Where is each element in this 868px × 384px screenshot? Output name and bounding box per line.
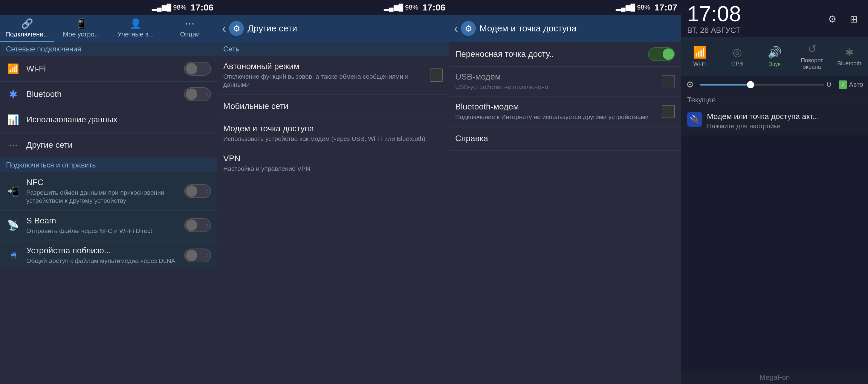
nfc-icon: 📲	[6, 184, 20, 198]
data-usage-item[interactable]: 📊 Использование данных	[0, 107, 217, 132]
settings-gear-icon-3: ⚙	[461, 21, 476, 36]
time-1: 17:06	[190, 2, 213, 12]
bluetooth-toggle-switch[interactable]: ○	[184, 87, 211, 101]
brightness-knob	[747, 81, 754, 88]
quick-toggle-rotate[interactable]: ↺ Поворот экрана	[793, 40, 831, 73]
battery-2: 98%	[405, 4, 418, 11]
bluetooth-modem-text: Bluetooth-модем Подключение к Интернету …	[455, 102, 662, 121]
other-networks-text: Другие сети	[26, 140, 211, 150]
sbeam-subtitle: Отправить файлы через NFC и Wi-Fi Direct	[26, 227, 184, 235]
network-section-header: Сетевые подключения	[0, 42, 217, 56]
quick-toggle-wifi[interactable]: 📶 Wi-Fi	[681, 40, 718, 73]
sbeam-toggle-switch[interactable]: ○	[184, 218, 211, 232]
bluetooth-toggle-knob	[186, 89, 197, 100]
brightness-row: ⚙ 0 ✓ Авто	[681, 76, 868, 93]
airplane-subtitle: Отключение функций вызовов, а также обме…	[223, 72, 430, 89]
back-button-2[interactable]: ‹	[222, 22, 226, 35]
tab-connections[interactable]: 🔗 Подключени...	[0, 15, 54, 42]
tabs-row: 🔗 Подключени... 📱 Мое устро... 👤 Учетные…	[0, 15, 217, 42]
modem-hotspot-title: Модем и точка доступа	[479, 23, 577, 33]
signal-icon-3: ▂▄▆█	[616, 4, 635, 11]
wifi-item[interactable]: 📶 Wi-Fi ○	[0, 56, 217, 82]
wifi-text: Wi-Fi	[26, 64, 184, 73]
wifi-toggle-switch[interactable]: ○	[184, 62, 211, 76]
airplane-checkbox[interactable]	[430, 68, 443, 82]
other-networks-item[interactable]: ⋯ Другие сети	[0, 132, 217, 158]
nearby-devices-toggle[interactable]: ○	[184, 248, 211, 262]
nearby-devices-text: Устройства поблизо... Общий доступ к фай…	[26, 246, 184, 265]
brightness-icon: ⚙	[686, 79, 694, 90]
signal-icon-1: ▂▄▆█	[152, 4, 171, 11]
tab-accounts-label: Учетные з...	[118, 30, 154, 38]
quick-gps-label: GPS	[731, 60, 743, 67]
nfc-toggle[interactable]: ○	[184, 184, 211, 198]
nfc-toggle-switch[interactable]: ○	[184, 184, 211, 198]
hotspot-notification[interactable]: 🔌 Модем или точка доступа акт... Нажмите…	[681, 107, 868, 135]
quick-rotate-label: Поворот экрана	[795, 57, 830, 70]
hotspot-notif-content: Модем или точка доступа акт... Нажмите д…	[707, 112, 819, 130]
bluetooth-modem-title: Bluetooth-модем	[455, 102, 662, 112]
vpn-title: VPN	[223, 154, 443, 163]
help-title: Справка	[455, 134, 675, 143]
quick-toggle-gps[interactable]: ◎ GPS	[718, 40, 756, 73]
airplane-text: Автономный режим Отключение функций вызо…	[223, 62, 430, 89]
auto-brightness-label: Авто	[849, 81, 863, 89]
tab-my-device[interactable]: 📱 Мое устро...	[54, 15, 109, 42]
top-action-icons: ⚙ ⊞	[824, 11, 862, 28]
vpn-item[interactable]: VPN Настройка и управление VPN	[217, 148, 449, 178]
settings-button[interactable]: ⚙	[824, 11, 840, 28]
wifi-title: Wi-Fi	[26, 64, 184, 73]
expand-button[interactable]: ⊞	[845, 11, 862, 28]
mobile-networks-title: Мобильные сети	[223, 101, 443, 111]
connections-icon: 🔗	[21, 18, 33, 29]
signal-icon-2: ▂▄▆█	[384, 4, 403, 11]
bluetooth-modem-subtitle: Подключение к Интернету не используется …	[455, 113, 662, 121]
modem-hotspot-subtitle: Использовать устройство как модем (через…	[223, 135, 443, 143]
auto-brightness-checkbox[interactable]: ✓	[839, 81, 847, 89]
tab-accounts[interactable]: 👤 Учетные з...	[108, 15, 163, 42]
bluetooth-modem-checkbox[interactable]	[662, 105, 675, 118]
bluetooth-modem-item[interactable]: Bluetooth-модем Подключение к Интернету …	[449, 97, 681, 126]
airplane-item[interactable]: Автономный режим Отключение функций вызо…	[217, 56, 449, 94]
usb-modem-checkbox[interactable]	[662, 75, 675, 88]
data-usage-icon: 📊	[6, 113, 20, 127]
sbeam-item[interactable]: 📡 S Beam Отправить файлы через NFC и Wi-…	[0, 210, 217, 240]
nfc-item[interactable]: 📲 NFC Разрешить обмен данными при прикос…	[0, 172, 217, 210]
wifi-toggle[interactable]: ○	[184, 62, 211, 76]
sbeam-toggle[interactable]: ○	[184, 218, 211, 232]
back-button-3[interactable]: ‹	[454, 22, 458, 35]
network-sec-header: Сеть	[217, 42, 449, 56]
quick-toggle-bluetooth[interactable]: ✱ Bluetooth	[831, 40, 868, 73]
quick-bluetooth-icon: ✱	[845, 46, 854, 58]
usb-modem-item[interactable]: USB-модем USB-устройство не подключено	[449, 67, 681, 97]
help-item[interactable]: Справка	[449, 127, 681, 151]
nearby-devices-item[interactable]: 🖥 Устройства поблизо... Общий доступ к ф…	[0, 240, 217, 270]
nearby-toggle-switch[interactable]: ○	[184, 248, 211, 262]
notification-time: 17:08	[687, 3, 741, 25]
vpn-subtitle: Настройка и управление VPN	[223, 165, 443, 173]
options-icon: ⋯	[185, 18, 194, 29]
portable-hotspot-text: Переносная точка досту..	[455, 49, 648, 59]
nearby-devices-title: Устройства поблизо...	[26, 246, 184, 256]
vpn-text: VPN Настройка и управление VPN	[223, 154, 443, 173]
time-2: 17:06	[422, 2, 445, 12]
notification-time-date: 17:08 ВТ, 26 АВГУСТ	[687, 3, 741, 35]
quick-wifi-label: Wi-Fi	[693, 61, 706, 67]
modem-hotspot-item[interactable]: Модем и точка доступа Использовать устро…	[217, 118, 449, 148]
quick-toggle-sound[interactable]: 🔊 Звук	[756, 40, 793, 73]
portable-hotspot-switch[interactable]	[648, 47, 675, 61]
brightness-slider[interactable]	[700, 84, 824, 86]
hotspot-notif-title: Модем или точка доступа акт...	[707, 112, 819, 121]
tab-options[interactable]: ⋯ Опции	[163, 15, 217, 42]
mobile-networks-item[interactable]: Мобильные сети	[217, 94, 449, 118]
data-usage-title: Использование данных	[26, 115, 211, 124]
modem-settings-list: Переносная точка досту.. USB-модем USB-у…	[449, 42, 681, 384]
portable-hotspot-toggle[interactable]	[648, 47, 675, 61]
brightness-auto-row: ✓ Авто	[839, 81, 863, 89]
portable-hotspot-item[interactable]: Переносная точка досту..	[449, 42, 681, 67]
sbeam-title: S Beam	[26, 216, 184, 226]
bluetooth-text: Bluetooth	[26, 89, 184, 99]
other-networks-title: Другие сети	[26, 140, 211, 150]
bluetooth-item[interactable]: ✱ Bluetooth ○	[0, 82, 217, 107]
bluetooth-toggle[interactable]: ○	[184, 87, 211, 101]
